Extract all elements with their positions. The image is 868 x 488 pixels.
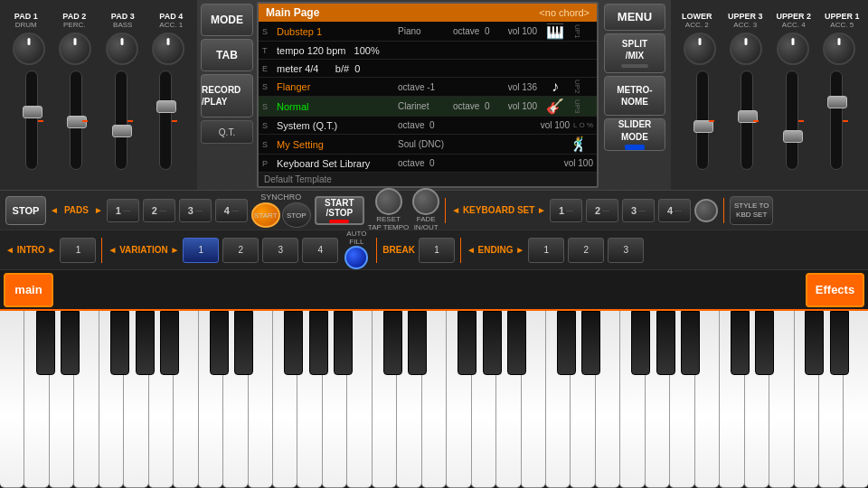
mode-column: MODE TAB RECORD /PLAY Q.T. <box>201 2 253 188</box>
break-btn-1[interactable]: 1 <box>419 238 455 263</box>
display-row-0[interactable]: S Dubstep 1 Piano octave 0 vol 100 🎹 UP1 <box>259 22 597 42</box>
display-row-7[interactable]: P Keyboard Set Library octave 0 vol 100 <box>259 155 597 173</box>
black-key-c1s[interactable] <box>36 311 55 375</box>
slider-mode-button[interactable]: SLIDER MODE <box>604 118 665 151</box>
menu-button[interactable]: MENU <box>604 4 665 31</box>
display-row-2[interactable]: E meter 4/4 b/# 0 <box>259 60 597 78</box>
slider-track-pad1[interactable] <box>25 70 38 170</box>
break-label: BREAK <box>382 245 415 255</box>
black-key-g1s[interactable] <box>136 311 155 375</box>
slider-mode-indicator <box>625 145 645 150</box>
record-play-button[interactable]: RECORD /PLAY <box>201 74 253 117</box>
top-section: PAD 1 DRUM PAD 2 PERC. PAD 3 BASS PAD 4 … <box>0 0 868 190</box>
black-key-f2s[interactable] <box>284 311 303 375</box>
black-key-a1s[interactable] <box>160 311 179 375</box>
slider-thumb-pad1[interactable] <box>23 106 42 118</box>
pad-label-3: PAD 3 BASS <box>103 12 143 29</box>
kbd-extra-btn[interactable] <box>694 199 718 222</box>
mode-button[interactable]: MODE <box>201 4 253 36</box>
variation-btn-1[interactable]: 1 <box>183 238 219 263</box>
black-key-c5s[interactable] <box>731 311 750 375</box>
slider-track-lower[interactable] <box>696 70 709 170</box>
ending-btn-1[interactable]: 1 <box>528 238 564 263</box>
display-row-3[interactable]: S Flanger octave -1 vol 136 ♪ UP2 <box>259 78 597 97</box>
knob-lower[interactable] <box>684 33 716 65</box>
knob-pad1[interactable] <box>13 33 45 65</box>
slider-thumb-pad4[interactable] <box>156 100 176 113</box>
ending-btn-3[interactable]: 3 <box>608 238 644 263</box>
slider-track-acc3[interactable] <box>741 70 753 170</box>
qt-button[interactable]: Q.T. <box>201 120 253 144</box>
black-key-d5s[interactable] <box>755 311 774 375</box>
black-key-d1s[interactable] <box>61 311 80 375</box>
start-stop-button[interactable]: START /STOP <box>315 196 364 225</box>
effects-button[interactable]: Effects <box>806 273 864 307</box>
tab-button[interactable]: TAB <box>201 39 253 71</box>
black-key-f3s[interactable] <box>458 311 476 375</box>
style-to-kbd-button[interactable]: STYLE TOKBD SET <box>730 196 773 225</box>
knob-pad3[interactable] <box>106 33 138 65</box>
split-mix-button[interactable]: SPLIT /MIX <box>604 33 665 73</box>
variation-btn-3[interactable]: 3 <box>262 238 298 263</box>
black-key-a4s[interactable] <box>681 311 700 375</box>
slider-thumb-acc4[interactable] <box>783 130 803 143</box>
pad-btn-1[interactable]: 1— <box>107 199 139 222</box>
black-key-a3s[interactable] <box>507 311 526 375</box>
slider-track-pad3[interactable] <box>115 70 127 170</box>
black-key-g3s[interactable] <box>483 311 502 375</box>
reset-button[interactable] <box>375 188 402 215</box>
synchro-start-btn[interactable]: START <box>251 202 280 228</box>
ending-label: ◄ ENDING ► <box>467 245 524 255</box>
kbd-btn-4[interactable]: 4— <box>658 199 691 222</box>
slider-mark-lower <box>709 120 714 122</box>
auto-fill-label: AUTOFILL <box>346 230 366 247</box>
black-key-c3s[interactable] <box>383 311 402 375</box>
pad-btn-2[interactable]: 2— <box>143 199 175 222</box>
slider-thumb-pad3[interactable] <box>112 125 132 137</box>
black-key-f1s[interactable] <box>110 311 129 375</box>
black-key-c2s[interactable] <box>210 311 229 375</box>
kbd-btn-3[interactable]: 3— <box>622 199 655 222</box>
black-key-g2s[interactable] <box>309 311 328 375</box>
black-key-f4s[interactable] <box>631 311 650 375</box>
pad-btn-3[interactable]: 3— <box>179 199 212 222</box>
knob-pad2[interactable] <box>59 33 91 65</box>
metronome-button[interactable]: METRO- NOME <box>604 76 665 116</box>
black-key-g5s[interactable] <box>830 311 849 375</box>
variation-btn-4[interactable]: 4 <box>302 238 338 263</box>
black-key-d4s[interactable] <box>581 311 600 375</box>
pad-btn-4[interactable]: 4— <box>215 199 248 222</box>
kbd-btn-1[interactable]: 1— <box>550 199 582 222</box>
fade-button[interactable] <box>412 188 439 215</box>
display-row-1[interactable]: T tempo 120 bpm 100% <box>259 42 597 60</box>
slider-track-acc5[interactable] <box>830 70 843 170</box>
slider-track-pad2[interactable] <box>70 70 82 170</box>
intro-btn-1[interactable]: 1 <box>60 238 96 263</box>
main-button[interactable]: main <box>4 273 53 307</box>
stop-button[interactable]: STOP <box>5 196 46 225</box>
black-key-g4s[interactable] <box>656 311 675 375</box>
black-key-f5s[interactable] <box>805 311 824 375</box>
synchro-stop-btn[interactable]: STOP <box>282 202 311 228</box>
pad-label-lower: LOWER ACC. 2 <box>677 12 717 29</box>
black-key-d3s[interactable] <box>408 311 427 375</box>
slider-track-pad4[interactable] <box>159 70 172 170</box>
knob-acc4[interactable] <box>777 33 809 65</box>
slider-track-acc4[interactable] <box>786 70 798 170</box>
slider-thumb-acc5[interactable] <box>827 96 847 108</box>
ending-btn-2[interactable]: 2 <box>568 238 604 263</box>
knob-acc5[interactable] <box>823 33 855 65</box>
kbd-btn-2[interactable]: 2— <box>586 199 618 222</box>
knob-pad4[interactable] <box>152 33 184 65</box>
display-row-5[interactable]: S System (Q.T.) octave 0 vol 100 L O % <box>259 117 597 135</box>
black-key-c4s[interactable] <box>557 311 576 375</box>
slider-thumb-lower[interactable] <box>693 120 713 133</box>
black-key-d2s[interactable] <box>234 311 253 375</box>
white-key-1[interactable] <box>0 311 24 488</box>
black-key-a2s[interactable] <box>334 311 353 375</box>
auto-fill-button[interactable] <box>344 246 368 269</box>
display-row-4[interactable]: S Normal Clarinet octave 0 vol 100 🎸 UP3 <box>259 97 597 117</box>
display-row-6[interactable]: S My Setting Soul (DNC) 🕺 <box>259 135 597 155</box>
knob-acc3[interactable] <box>730 33 762 65</box>
variation-btn-2[interactable]: 2 <box>222 238 259 263</box>
